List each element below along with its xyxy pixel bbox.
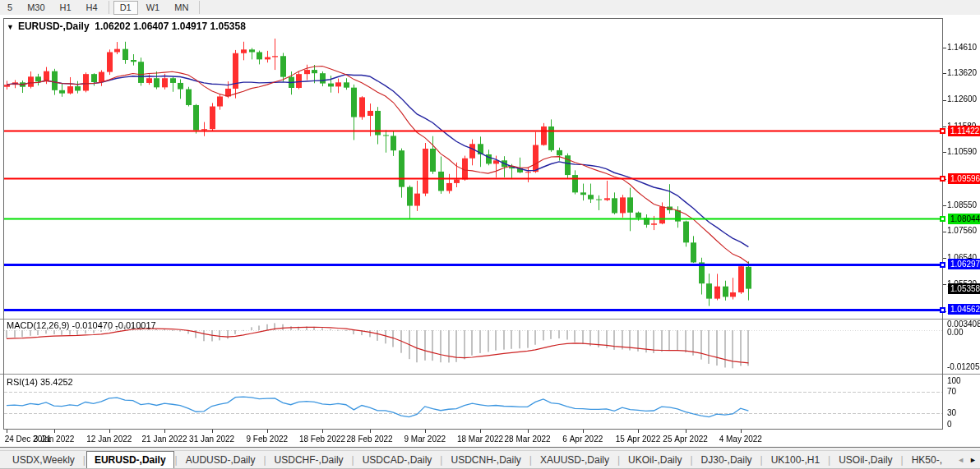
current-price-label: 1.05358: [948, 283, 980, 294]
tab-separator: |: [529, 454, 532, 466]
price-line-label: 1.11422: [948, 126, 980, 136]
tab-separator: |: [760, 454, 763, 466]
rsi-name: RSI(14): [7, 377, 38, 387]
ohlc-high-value: 1.06407: [133, 21, 169, 32]
rsi-value: 35.4252: [40, 377, 73, 387]
tab-separator: |: [690, 454, 692, 466]
tab-audusd-daily[interactable]: AUDUSD-,Daily: [178, 452, 263, 468]
timeframe-toolbar: 5M30H1H4D1W1MN: [0, 0, 980, 16]
tab-usdcnh-daily[interactable]: USDCNH-,Daily: [443, 452, 528, 468]
tab-separator: |: [352, 454, 354, 466]
tab-usdchf-daily[interactable]: USDCHF-,Daily: [267, 452, 351, 468]
symbol-tab-bar: USDX,Weekly|EURUSD-,Daily|AUDUSD-,Daily|…: [0, 450, 980, 469]
price-line-label: 1.06297: [948, 259, 980, 269]
tab-eurusd-daily[interactable]: EURUSD-,Daily: [86, 451, 174, 469]
tab-separator: |: [617, 454, 620, 466]
tab-hk50[interactable]: HK50-,: [904, 452, 950, 468]
timeframe-button-mn[interactable]: MN: [168, 1, 195, 15]
macd-signal-value: -0.010017: [115, 320, 156, 330]
timeframe-button-w1[interactable]: W1: [140, 1, 167, 15]
tab-separator: |: [901, 454, 904, 466]
tab-scroll-right-icon[interactable]: ►: [969, 456, 977, 464]
timeframe-button-h1[interactable]: H1: [53, 1, 78, 15]
timeframe-button-d1[interactable]: D1: [113, 1, 138, 15]
timeframe-button-5[interactable]: 5: [1, 1, 19, 15]
rsi-indicator-label: RSI(14) 35.4252: [7, 377, 73, 387]
chart-title: ▼EURUSD-,Daily 1.06202 1.06407 1.04917 1…: [7, 21, 246, 32]
toolbar-separator: [109, 1, 109, 14]
ohlc-close-value: 1.05358: [210, 21, 245, 32]
ohlc-open-value: 1.06202: [95, 21, 130, 32]
tab-xauusd-daily[interactable]: XAUUSD-,Daily: [533, 452, 617, 468]
tab-dj30-daily[interactable]: DJ30-,Daily: [694, 452, 760, 468]
price-line-label: 1.04562: [948, 304, 980, 315]
toolbar-separator: [199, 1, 200, 14]
tab-separator: |: [828, 454, 830, 466]
macd-indicator-label: MACD(12,26,9) -0.010470 -0.010017: [7, 320, 156, 330]
tab-usoil-daily[interactable]: USOil-,Daily: [831, 452, 899, 468]
ohlc-low-value: 1.04917: [172, 21, 207, 32]
price-chart-canvas[interactable]: [0, 15, 980, 448]
price-line-label: 1.09596: [948, 173, 980, 184]
tab-separator: |: [440, 454, 442, 466]
tab-uk100-h1[interactable]: UK100-,H1: [764, 452, 827, 468]
tab-separator: |: [83, 454, 86, 466]
symbol-timeframe-label: EURUSD-,Daily: [18, 21, 90, 32]
tab-scroll-left-icon[interactable]: ◄: [957, 456, 964, 464]
tab-usdx-weekly[interactable]: USDX,Weekly: [5, 452, 82, 468]
tab-separator: |: [175, 454, 178, 466]
tab-separator: |: [263, 454, 266, 466]
tab-usdcad-daily[interactable]: USDCAD-,Daily: [355, 452, 440, 468]
chart-area: ▼EURUSD-,Daily 1.06202 1.06407 1.04917 1…: [0, 15, 980, 448]
macd-main-value: -0.010470: [72, 320, 113, 330]
tab-ukoil-daily[interactable]: UKOil-,Daily: [621, 452, 689, 468]
chart-collapse-icon[interactable]: ▼: [7, 23, 14, 31]
price-line-label: 1.08044: [948, 214, 980, 224]
timeframe-button-h4[interactable]: H4: [80, 1, 104, 15]
macd-name: MACD(12,26,9): [7, 320, 69, 330]
timeframe-button-m30[interactable]: M30: [21, 1, 51, 15]
